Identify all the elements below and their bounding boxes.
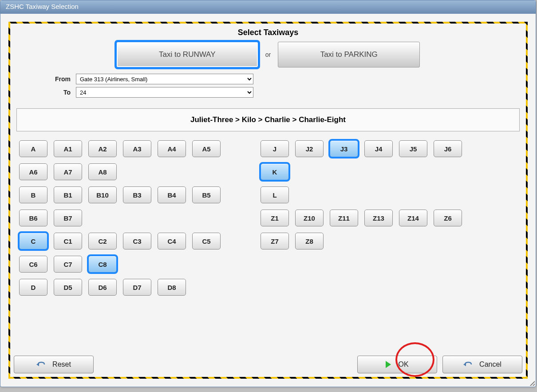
route-display: Juliet-Three > Kilo > Charlie > Charlie-…: [16, 108, 520, 131]
taxiway-button-d6[interactable]: D6: [88, 279, 117, 296]
dialog-heading: Select Taxiways: [14, 26, 522, 42]
taxiway-button-z13[interactable]: Z13: [364, 210, 393, 226]
taxiway-button-b10[interactable]: B10: [88, 186, 117, 203]
taxiway-button-j3[interactable]: J3: [330, 140, 358, 157]
taxiway-button-b1[interactable]: B1: [54, 186, 82, 203]
taxiway-button-l[interactable]: L: [261, 186, 289, 203]
taxiway-button-z6[interactable]: Z6: [434, 210, 462, 226]
from-label: From: [47, 75, 71, 83]
from-select[interactable]: Gate 313 (Airliners, Small): [76, 74, 253, 84]
taxiway-button-c7[interactable]: C7: [54, 256, 82, 273]
svg-marker-0: [36, 363, 39, 366]
taxiway-button-b[interactable]: B: [19, 186, 47, 203]
cancel-button[interactable]: Cancel: [442, 356, 522, 373]
taxiway-button-d[interactable]: D: [19, 279, 47, 296]
taxiway-button-z7[interactable]: Z7: [261, 233, 289, 249]
taxiway-button-k[interactable]: K: [261, 163, 289, 180]
taxi-to-runway-button[interactable]: Taxi to RUNWAY: [116, 42, 258, 67]
taxiway-button-a5[interactable]: A5: [192, 140, 221, 157]
taxiway-button-j[interactable]: J: [261, 140, 289, 157]
reset-button[interactable]: Reset: [14, 356, 94, 373]
taxiway-button-c3[interactable]: C3: [123, 233, 151, 249]
taxiway-button-a8[interactable]: A8: [88, 163, 117, 180]
taxiway-button-z1[interactable]: Z1: [261, 210, 289, 226]
taxiway-button-j5[interactable]: J5: [399, 140, 427, 157]
to-select[interactable]: 24: [76, 87, 253, 98]
taxiway-grid-right: JJ2J3J4J5J6KLZ1Z10Z11Z13Z14Z6Z7Z8: [261, 140, 462, 296]
taxiway-button-d5[interactable]: D5: [54, 279, 82, 296]
undo-icon: [36, 361, 45, 368]
svg-marker-1: [463, 363, 466, 366]
or-label: or: [265, 51, 271, 58]
taxiway-button-b5[interactable]: B5: [192, 186, 221, 203]
taxiway-button-c4[interactable]: C4: [158, 233, 186, 249]
taxiway-button-b6[interactable]: B6: [19, 210, 47, 226]
taxi-to-parking-button[interactable]: Taxi to PARKING: [278, 42, 420, 67]
taxiway-button-c1[interactable]: C1: [54, 233, 82, 249]
taxiway-button-b7[interactable]: B7: [54, 210, 82, 226]
resize-grip[interactable]: [529, 380, 535, 386]
taxiway-button-c2[interactable]: C2: [88, 233, 117, 249]
taxiway-button-a1[interactable]: A1: [54, 140, 82, 157]
taxiway-button-d8[interactable]: D8: [158, 279, 186, 296]
taxiway-button-a3[interactable]: A3: [123, 140, 151, 157]
to-label: To: [47, 89, 71, 96]
taxiway-button-d7[interactable]: D7: [123, 279, 151, 296]
taxiway-button-a6[interactable]: A6: [19, 163, 47, 180]
taxiway-button-a4[interactable]: A4: [158, 140, 186, 157]
taxiway-button-j4[interactable]: J4: [364, 140, 393, 157]
play-icon: [386, 361, 391, 368]
taxiway-button-b3[interactable]: B3: [123, 186, 151, 203]
window-title: ZSHC Taxiway Selection: [6, 3, 79, 10]
taxiway-button-j6[interactable]: J6: [434, 140, 462, 157]
taxiway-button-z10[interactable]: Z10: [295, 210, 324, 226]
taxiway-button-z14[interactable]: Z14: [399, 210, 427, 226]
taxiway-selection-window: ZSHC Taxiway Selection Select Taxiways T…: [0, 0, 536, 387]
taxiway-button-a7[interactable]: A7: [54, 163, 82, 180]
taxiway-button-c6[interactable]: C6: [19, 256, 47, 273]
taxiway-button-b4[interactable]: B4: [158, 186, 186, 203]
window-titlebar[interactable]: ZSHC Taxiway Selection: [0, 0, 536, 14]
taxiway-button-c[interactable]: C: [19, 233, 47, 249]
taxiway-grid-left: AA1A2A3A4A5A6A7A8BB1B10B3B4B5B6B7CC1C2C3…: [19, 140, 221, 296]
taxiway-button-a[interactable]: A: [19, 140, 47, 157]
taxiway-button-z8[interactable]: Z8: [295, 233, 324, 249]
taxiway-button-j2[interactable]: J2: [295, 140, 324, 157]
ok-button[interactable]: OK: [357, 356, 437, 373]
back-icon: [463, 361, 472, 368]
taxiway-button-c5[interactable]: C5: [192, 233, 221, 249]
taxiway-button-a2[interactable]: A2: [88, 140, 117, 157]
taxiway-button-c8[interactable]: C8: [88, 256, 117, 273]
taxiway-button-z11[interactable]: Z11: [330, 210, 358, 226]
